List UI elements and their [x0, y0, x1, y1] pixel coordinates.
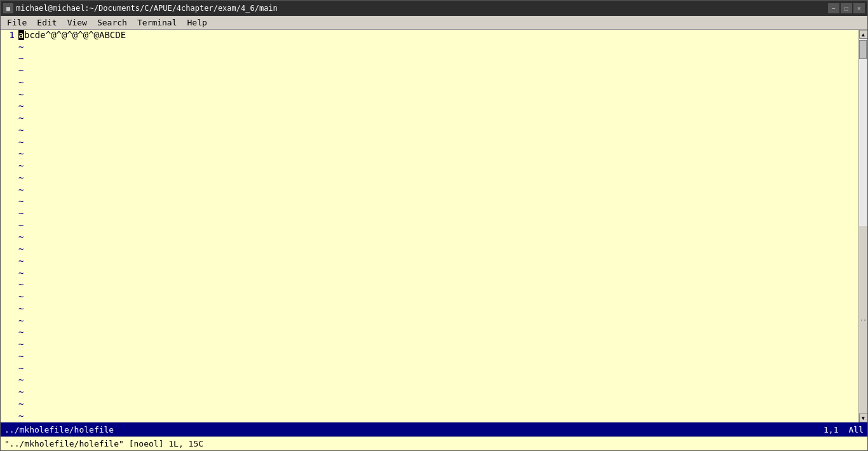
tilde-line-27: ~: [1, 351, 858, 363]
status-bar: ../mkholefile/holefile 1,1 All: [1, 422, 867, 436]
tilde-line-15: ~: [1, 208, 858, 220]
menu-file[interactable]: File: [2, 16, 32, 29]
tilde-line-4: ~: [1, 77, 858, 90]
info-bar: "../mkholefile/holefile" [noeol] 1L, 15C: [1, 436, 867, 450]
tilde-line-9: ~: [1, 137, 858, 149]
main-window: ■ michael@michael:~/Documents/C/APUE/4ch…: [0, 0, 868, 451]
title-bar: ■ michael@michael:~/Documents/C/APUE/4ch…: [1, 1, 867, 16]
tilde-line-19: ~: [1, 256, 858, 268]
tilde-line-30: ~: [1, 387, 858, 399]
dot: [861, 320, 862, 321]
tilde-line-11: ~: [1, 161, 858, 173]
status-position: 1,1: [824, 425, 838, 434]
tilde-line-18: ~: [1, 244, 858, 256]
menu-edit[interactable]: Edit: [32, 16, 62, 29]
window-title: michael@michael:~/Documents/C/APUE/4chap…: [16, 4, 278, 13]
tilde-line-28: ~: [1, 363, 858, 375]
info-text: "../mkholefile/holefile" [noeol] 1L, 15C: [4, 439, 203, 448]
tilde-line-21: ~: [1, 279, 858, 292]
window-icon: ■: [3, 3, 13, 13]
title-bar-left: ■ michael@michael:~/Documents/C/APUE/4ch…: [3, 3, 278, 13]
scrollbar-down-arrow[interactable]: ▼: [859, 414, 868, 422]
maximize-button[interactable]: □: [841, 3, 852, 13]
editor-line-1: 1 abcde^@^@^@^@^@ABCDE: [1, 30, 858, 42]
tilde-line-6: ~: [1, 101, 858, 113]
close-button[interactable]: ×: [853, 3, 865, 13]
menu-view[interactable]: View: [62, 16, 92, 29]
tilde-line-13: ~: [1, 185, 858, 197]
tilde-line-1: ~: [1, 42, 858, 54]
menu-help[interactable]: Help: [182, 16, 212, 29]
title-bar-buttons: − □ ×: [828, 3, 865, 13]
line-number-1: 1: [1, 30, 18, 42]
tilde-line-24: ~: [1, 316, 858, 328]
editor-text-area[interactable]: 1 abcde^@^@^@^@^@ABCDE ~ ~ ~ ~ ~ ~ ~ ~ ~…: [1, 30, 858, 422]
tilde-line-23: ~: [1, 304, 858, 316]
tilde-line-7: ~: [1, 113, 858, 125]
dot-row-1: [861, 320, 865, 321]
tilde-line-32: ~: [1, 411, 858, 423]
status-filename: ../mkholefile/holefile: [4, 425, 824, 434]
tilde-line-29: ~: [1, 375, 858, 387]
tilde-line-31: ~: [1, 399, 858, 411]
scrollbar-track[interactable]: [859, 39, 867, 226]
tilde-line-14: ~: [1, 196, 858, 208]
tilde-line-3: ~: [1, 65, 858, 77]
scrollbar-dots-area: [859, 226, 867, 414]
menu-terminal[interactable]: Terminal: [132, 16, 182, 29]
line-content-1: abcde^@^@^@^@^@ABCDE: [18, 30, 858, 42]
tilde-line-26: ~: [1, 339, 858, 351]
status-scroll: All: [849, 425, 864, 434]
menu-bar: File Edit View Search Terminal Help: [1, 16, 867, 30]
dot: [864, 320, 865, 321]
tilde-line-17: ~: [1, 232, 858, 244]
tilde-line-8: ~: [1, 125, 858, 137]
minimize-button[interactable]: −: [828, 3, 839, 13]
scrollbar[interactable]: ▲ ▼: [858, 30, 867, 422]
tilde-line-16: ~: [1, 220, 858, 232]
editor-container[interactable]: 1 abcde^@^@^@^@^@ABCDE ~ ~ ~ ~ ~ ~ ~ ~ ~…: [1, 30, 867, 450]
scrollbar-up-arrow[interactable]: ▲: [859, 30, 868, 39]
tilde-line-25: ~: [1, 327, 858, 339]
editor-main: 1 abcde^@^@^@^@^@ABCDE ~ ~ ~ ~ ~ ~ ~ ~ ~…: [1, 30, 867, 422]
tilde-line-5: ~: [1, 90, 858, 102]
text-cursor: a: [18, 30, 24, 40]
scrollbar-thumb[interactable]: [859, 40, 867, 59]
tilde-line-22: ~: [1, 292, 858, 304]
tilde-line-10: ~: [1, 149, 858, 161]
menu-search[interactable]: Search: [92, 16, 132, 29]
tilde-line-2: ~: [1, 53, 858, 65]
tilde-line-12: ~: [1, 173, 858, 185]
tilde-line-20: ~: [1, 268, 858, 280]
